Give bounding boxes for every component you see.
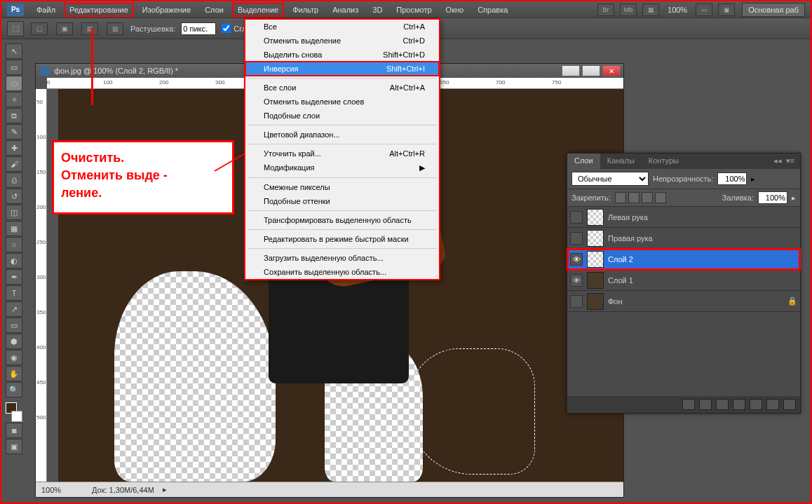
arrange-icon[interactable]: ▭ xyxy=(696,4,712,16)
menu-analysis[interactable]: Анализ xyxy=(327,3,364,17)
launch-bridge-icon[interactable]: Br xyxy=(597,4,614,16)
quickmask-tool[interactable]: ◙ xyxy=(6,423,22,438)
marquee-tool[interactable]: ▭ xyxy=(6,60,22,75)
menu-layers[interactable]: Слои xyxy=(199,3,229,17)
lock-pixels-icon[interactable] xyxy=(628,192,640,203)
menu-row-загрузить-выделенную-область-[interactable]: Загрузить выделенную область... xyxy=(245,251,439,265)
dodge-tool[interactable]: ◐ xyxy=(6,253,22,268)
menu-row-уточнить-край-[interactable]: Уточнить край...Alt+Ctrl+R xyxy=(245,147,439,161)
menu-row-отменить-выделение-слоев[interactable]: Отменить выделение слоев xyxy=(245,95,439,109)
menu-image[interactable]: Изображение xyxy=(137,3,196,17)
visibility-toggle[interactable]: 👁 xyxy=(570,253,583,266)
tab-paths[interactable]: Контуры xyxy=(642,154,686,169)
selection-add-icon[interactable]: ▣ xyxy=(56,22,73,35)
stamp-tool[interactable]: ⎙ xyxy=(6,172,22,188)
menu-filter[interactable]: Фильтр xyxy=(287,3,324,17)
maximize-button[interactable]: □ xyxy=(582,65,600,76)
tab-channels[interactable]: Каналы xyxy=(600,154,642,169)
hand-tool[interactable]: ✋ xyxy=(6,366,22,381)
screen-mode-icon[interactable]: ▣ xyxy=(718,4,735,16)
path-tool[interactable]: ↗ xyxy=(6,301,22,317)
menu-file[interactable]: Файл xyxy=(31,3,61,17)
feather-input[interactable] xyxy=(181,22,216,35)
layer-row[interactable]: Правая рука xyxy=(567,228,800,249)
healing-tool[interactable]: ✚ xyxy=(6,140,22,156)
crop-tool[interactable]: ⧉ xyxy=(6,108,22,123)
layer-fx-icon[interactable] xyxy=(699,399,712,410)
current-tool-icon[interactable]: ⬚ xyxy=(7,21,24,36)
layer-group-icon[interactable] xyxy=(750,399,762,410)
layer-thumbnail[interactable] xyxy=(587,209,604,226)
gradient-tool[interactable]: ▦ xyxy=(6,221,22,236)
menu-row-подобные-оттенки[interactable]: Подобные оттенки xyxy=(245,194,439,208)
blend-mode-select[interactable]: Обычные xyxy=(571,172,649,186)
menu-window[interactable]: Окно xyxy=(440,3,470,17)
adjustment-layer-icon[interactable] xyxy=(733,399,745,410)
menu-row-все[interactable]: ВсеCtrl+A xyxy=(245,20,439,34)
move-tool[interactable]: ↖ xyxy=(6,43,22,59)
screenmode-tool[interactable]: ▣ xyxy=(6,439,22,454)
menu-row-все-слои[interactable]: Все слоиAlt+Ctrl+A xyxy=(245,81,439,95)
view-extras-icon[interactable]: ▦ xyxy=(642,4,659,16)
brush-tool[interactable]: 🖌 xyxy=(6,156,22,172)
layer-thumbnail[interactable] xyxy=(587,251,604,268)
minimize-button[interactable]: — xyxy=(562,65,580,76)
menu-row-цветовой-диапазон-[interactable]: Цветовой диапазон... xyxy=(245,128,439,142)
fill-arrow-icon[interactable]: ▸ xyxy=(792,193,796,203)
shape-tool[interactable]: ▭ xyxy=(6,318,22,333)
menu-row-инверсия[interactable]: ИнверсияShift+Ctrl+I xyxy=(245,62,439,76)
layer-row[interactable]: Фон🔒 xyxy=(567,291,800,312)
selection-new-icon[interactable]: ▢ xyxy=(31,22,48,35)
menu-row-трансформировать-выделенную-область[interactable]: Трансформировать выделенную область xyxy=(245,213,439,227)
pen-tool[interactable]: ✒ xyxy=(6,269,22,285)
type-tool[interactable]: T xyxy=(6,285,22,301)
history-brush-tool[interactable]: ↺ xyxy=(6,189,22,204)
lock-all-icon[interactable] xyxy=(655,192,666,203)
3d-camera-tool[interactable]: ◉ xyxy=(6,350,22,365)
background-color[interactable] xyxy=(11,411,22,422)
menu-edit[interactable]: Редактирование xyxy=(64,3,134,17)
layer-thumbnail[interactable] xyxy=(587,293,604,310)
minibridge-icon[interactable]: Mb xyxy=(620,4,637,16)
lock-position-icon[interactable] xyxy=(642,192,653,203)
menu-3d[interactable]: 3D xyxy=(367,3,388,17)
menu-row-выделить-снова[interactable]: Выделить сноваShift+Ctrl+D xyxy=(245,48,439,62)
visibility-toggle[interactable] xyxy=(570,211,583,224)
layer-row[interactable]: 👁Слой 1 xyxy=(567,270,800,291)
blur-tool[interactable]: ○ xyxy=(6,237,22,252)
menu-help[interactable]: Справка xyxy=(472,3,513,17)
menu-row-отменить-выделение[interactable]: Отменить выделениеCtrl+D xyxy=(245,34,439,48)
layer-row[interactable]: Левая рука xyxy=(567,207,800,228)
lock-transparency-icon[interactable] xyxy=(615,192,626,203)
fill-input[interactable] xyxy=(758,191,787,204)
opacity-input[interactable] xyxy=(717,172,747,185)
visibility-toggle[interactable] xyxy=(570,232,583,245)
zoom-tool[interactable]: 🔍 xyxy=(6,382,22,397)
menu-row-редактировать-в-режиме-быстрой-маски[interactable]: Редактировать в режиме быстрой маски xyxy=(245,232,439,246)
visibility-toggle[interactable] xyxy=(570,295,583,308)
eyedropper-tool[interactable]: ✎ xyxy=(6,124,22,139)
new-layer-icon[interactable] xyxy=(766,399,779,410)
lasso-tool[interactable]: ⬭ xyxy=(6,76,22,91)
close-button[interactable]: ✕ xyxy=(602,65,621,76)
zoom-display[interactable]: 100% xyxy=(663,6,691,14)
menu-row-подобные-слои[interactable]: Подобные слои xyxy=(245,109,439,123)
wand-tool[interactable]: ✧ xyxy=(6,92,22,107)
layer-thumbnail[interactable] xyxy=(587,230,604,247)
status-arrow-icon[interactable]: ▸ xyxy=(163,485,167,494)
layer-mask-icon[interactable] xyxy=(716,399,729,410)
layer-row[interactable]: 👁Слой 2 xyxy=(567,249,800,270)
menu-row-смежные-пикселы[interactable]: Смежные пикселы xyxy=(245,180,439,194)
menu-row-сохранить-выделенную-область-[interactable]: Сохранить выделенную область... xyxy=(245,265,439,279)
opacity-arrow-icon[interactable]: ▸ xyxy=(751,175,755,184)
selection-intersect-icon[interactable]: ▥ xyxy=(107,22,123,35)
layer-thumbnail[interactable] xyxy=(587,272,604,289)
3d-tool[interactable]: ⬢ xyxy=(6,334,22,349)
menu-row-модификация[interactable]: Модификация▶ xyxy=(245,161,439,175)
link-layers-icon[interactable] xyxy=(682,399,695,410)
delete-layer-icon[interactable] xyxy=(783,399,796,410)
tab-layers[interactable]: Слои xyxy=(567,154,600,169)
workspace-button[interactable]: Основная раб xyxy=(742,3,805,17)
visibility-toggle[interactable]: 👁 xyxy=(570,274,583,287)
menu-view[interactable]: Просмотр xyxy=(391,3,437,17)
